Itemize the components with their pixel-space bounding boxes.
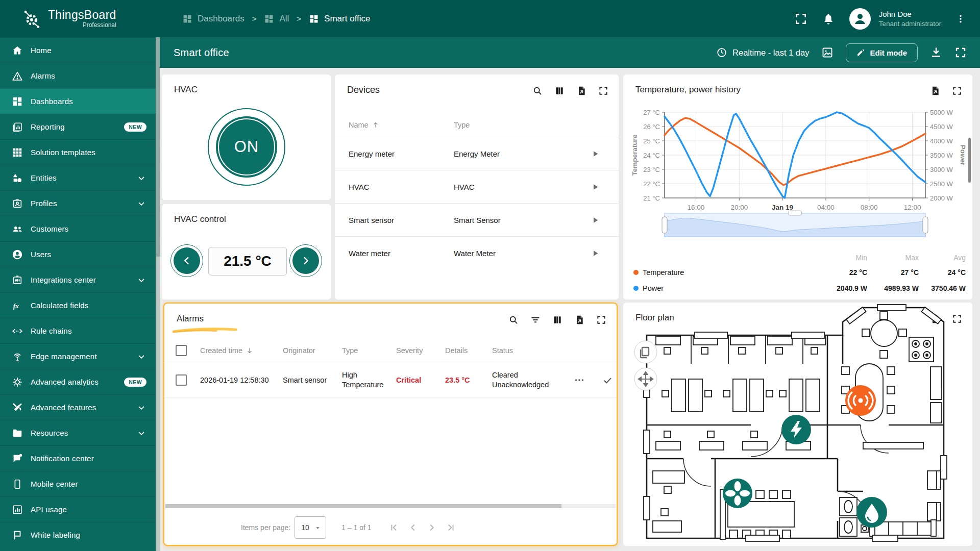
legend-rows: Temperature 22 °C 27 °C 24 °C Power 2040… bbox=[633, 264, 966, 296]
reporting-icon bbox=[12, 121, 23, 133]
row-checkbox[interactable] bbox=[176, 374, 187, 386]
svg-text:12:00: 12:00 bbox=[904, 204, 921, 211]
sidebar-item-notification-center[interactable]: Notification center bbox=[0, 445, 156, 471]
next-page-button[interactable] bbox=[426, 522, 437, 533]
last-page-button[interactable] bbox=[445, 522, 456, 533]
time-window-button[interactable]: Realtime - last 1 day bbox=[716, 47, 809, 58]
slider-handle-right[interactable] bbox=[923, 217, 928, 233]
toolbar-fullscreen-icon[interactable] bbox=[954, 46, 967, 59]
devices-widget: Devices Name Type Energy meter Energy Me… bbox=[335, 74, 619, 299]
widget-fullscreen-icon[interactable] bbox=[598, 86, 608, 96]
filter-icon[interactable] bbox=[530, 315, 541, 325]
edit-mode-button[interactable]: Edit mode bbox=[846, 43, 918, 62]
legend-col-avg: Avg bbox=[919, 254, 966, 262]
column-header-severity[interactable]: Severity bbox=[396, 346, 445, 355]
kebab-menu-icon[interactable] bbox=[955, 13, 966, 25]
device-details-play-icon[interactable] bbox=[591, 149, 600, 158]
sidebar-item-users[interactable]: Users bbox=[0, 241, 156, 267]
widget-fullscreen-icon[interactable] bbox=[952, 86, 962, 96]
sidebar-item-solution-templates[interactable]: Solution templates bbox=[0, 139, 156, 165]
svg-text:5000 W: 5000 W bbox=[930, 109, 953, 116]
sidebar-item-profiles[interactable]: Profiles bbox=[0, 190, 156, 216]
sidebar-item-label: Users bbox=[31, 250, 51, 259]
temperature-decrease-button[interactable] bbox=[174, 247, 200, 274]
marker-hvac[interactable] bbox=[723, 479, 752, 508]
image-gallery-icon[interactable] bbox=[821, 46, 834, 59]
sidebar-item-mobile-center[interactable]: Mobile center bbox=[0, 471, 156, 496]
sidebar-item-reporting[interactable]: ReportingNEW bbox=[0, 114, 156, 139]
column-header-created-time[interactable]: Created time bbox=[200, 346, 283, 355]
table-row-smart-sensor[interactable]: Smart sensor Smart Sensor bbox=[335, 203, 619, 236]
new-badge: NEW bbox=[124, 378, 146, 387]
alarms-horizontal-scrollbar[interactable] bbox=[165, 504, 616, 508]
sidebar-item-dashboards[interactable]: Dashboards bbox=[0, 88, 156, 114]
device-details-play-icon[interactable] bbox=[591, 249, 600, 258]
acknowledge-check-icon[interactable] bbox=[602, 375, 613, 386]
temperature-increase-button[interactable] bbox=[292, 247, 319, 274]
search-icon[interactable] bbox=[532, 86, 543, 96]
marker-water-meter[interactable] bbox=[856, 497, 887, 528]
table-row-hvac[interactable]: HVAC HVAC bbox=[335, 170, 619, 203]
sidebar-item-rule-chains[interactable]: Rule chains bbox=[0, 318, 156, 343]
columns-icon[interactable] bbox=[554, 86, 565, 96]
sidebar-item-entities[interactable]: Entities bbox=[0, 165, 156, 190]
notifications-bell-icon[interactable] bbox=[822, 12, 835, 26]
export-icon[interactable] bbox=[576, 86, 586, 96]
sidebar-item-edge-management[interactable]: Edge management bbox=[0, 343, 156, 369]
column-header-details[interactable]: Details bbox=[445, 346, 492, 355]
sidebar-item-api-usage[interactable]: API usage bbox=[0, 496, 156, 522]
sidebar-item-integrations-center[interactable]: Integrations center bbox=[0, 267, 156, 292]
column-header-type[interactable]: Type bbox=[454, 121, 591, 129]
fullscreen-icon[interactable] bbox=[794, 12, 807, 26]
alarm-row[interactable]: 2026-01-19 12:58:30 Smart sensor High Te… bbox=[164, 363, 617, 397]
legend-series-toggle[interactable]: Power bbox=[633, 284, 812, 292]
sidebar-item-advanced-analytics[interactable]: Advanced analyticsNEW bbox=[0, 369, 156, 394]
marker-smart-sensor[interactable] bbox=[845, 385, 876, 416]
column-header-name[interactable]: Name bbox=[349, 121, 454, 129]
user-info[interactable]: John Doe Tenant administrator bbox=[879, 9, 941, 29]
chart-scrollbar[interactable] bbox=[968, 138, 971, 183]
breadcrumb-item-all[interactable]: All bbox=[264, 14, 289, 24]
brand-logo[interactable]: ThingsBoard Professional bbox=[0, 8, 156, 30]
sidebar-item-resources[interactable]: Resources bbox=[0, 420, 156, 445]
slider-grip[interactable] bbox=[789, 211, 802, 215]
device-details-play-icon[interactable] bbox=[591, 183, 600, 191]
sidebar-item-home[interactable]: Home bbox=[0, 37, 156, 63]
columns-icon[interactable] bbox=[552, 315, 562, 325]
breadcrumb-item-smart-office[interactable]: Smart office bbox=[309, 14, 370, 24]
layers-button[interactable] bbox=[634, 341, 657, 363]
table-row-water-meter[interactable]: Water meter Water Meter bbox=[335, 236, 619, 269]
sidebar-item-alarms[interactable]: Alarms bbox=[0, 63, 156, 88]
sidebar-item-customers[interactable]: Customers bbox=[0, 216, 156, 241]
breadcrumb-item-dashboards[interactable]: Dashboards bbox=[182, 14, 244, 24]
chevron-down-icon bbox=[136, 428, 146, 438]
select-all-checkbox[interactable] bbox=[176, 345, 187, 356]
export-icon[interactable] bbox=[930, 86, 940, 96]
sidebar-item-label: Notification center bbox=[31, 454, 94, 463]
column-header-originator[interactable]: Originator bbox=[283, 346, 342, 355]
more-actions-icon[interactable] bbox=[574, 374, 585, 386]
page-size-select[interactable]: 10 bbox=[295, 516, 326, 539]
sidebar-item-white-labeling[interactable]: White labeling bbox=[0, 522, 156, 547]
search-icon[interactable] bbox=[508, 315, 519, 325]
column-header-status[interactable]: Status bbox=[492, 346, 574, 355]
sidebar-item-advanced-features[interactable]: Advanced features bbox=[0, 394, 156, 420]
marker-energy-meter[interactable] bbox=[781, 415, 811, 444]
device-details-play-icon[interactable] bbox=[591, 216, 600, 224]
first-page-button[interactable] bbox=[388, 522, 400, 533]
avatar[interactable] bbox=[849, 8, 871, 30]
export-icon[interactable] bbox=[574, 315, 584, 325]
legend-series-toggle[interactable]: Temperature bbox=[633, 268, 812, 277]
breadcrumb-label: Smart office bbox=[324, 14, 370, 24]
hvac-power-button[interactable]: ON bbox=[208, 108, 285, 186]
sidebar-scrollbar[interactable] bbox=[156, 37, 160, 551]
pan-button[interactable] bbox=[634, 368, 657, 390]
widget-fullscreen-icon[interactable] bbox=[596, 315, 606, 325]
download-icon[interactable] bbox=[930, 46, 942, 59]
previous-page-button[interactable] bbox=[407, 522, 419, 533]
sidebar-item-calculated-fields[interactable]: fx Calculated fields bbox=[0, 292, 156, 318]
column-header-type[interactable]: Type bbox=[342, 346, 396, 355]
rulechains-icon bbox=[12, 325, 23, 337]
slider-handle-left[interactable] bbox=[662, 217, 667, 233]
table-row-energy-meter[interactable]: Energy meter Energy Meter bbox=[335, 137, 619, 170]
